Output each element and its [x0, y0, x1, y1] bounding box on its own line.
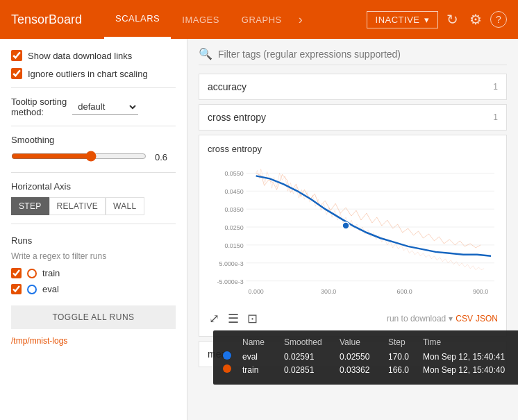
tooltip-train-time: Mon Sep 12, 15:40:40 [423, 365, 518, 375]
svg-text:0.0150: 0.0150 [224, 242, 243, 249]
log-path[interactable]: /tmp/mnist-logs [11, 336, 176, 346]
axis-wall-button[interactable]: WALL [106, 197, 144, 215]
axis-relative-button[interactable]: RELATIVE [49, 197, 106, 215]
tooltip-train-value: 0.03362 [340, 365, 388, 375]
chart-svg: 0.0550 0.0450 0.0350 0.0250 0.0150 5.000… [208, 160, 498, 305]
tooltip-col-icon [223, 337, 242, 347]
refresh-icon[interactable]: ↻ [444, 8, 461, 31]
eval-color-dot [223, 351, 231, 360]
sidebar: Show data download links Ignore outliers… [0, 39, 187, 420]
tooltip-train-name: train [242, 365, 284, 375]
svg-text:0.000: 0.000 [248, 288, 263, 295]
show-data-links-checkbox[interactable] [11, 50, 22, 61]
tooltip-train-smoothed: 0.02851 [284, 365, 340, 375]
tooltip-sorting-select[interactable]: default ascending descending nearest [72, 99, 138, 115]
chart-tooltip: Name Smoothed Value Step Time Relative e… [213, 330, 518, 385]
tooltip-eval-value: 0.02550 [340, 352, 388, 362]
nav-scalars[interactable]: SCALARS [104, 0, 171, 39]
svg-text:0.0550: 0.0550 [224, 170, 243, 177]
run-row-eval: eval [11, 284, 176, 294]
search-input[interactable] [218, 49, 507, 60]
tooltip-col-name: Name [242, 337, 284, 347]
csv-link[interactable]: CSV [456, 314, 473, 324]
smoothing-title: Smoothing [11, 135, 176, 145]
tooltip-eval-smoothed: 0.02591 [284, 352, 340, 362]
nav-images[interactable]: IMAGES [171, 0, 231, 39]
pin-icon[interactable]: ⊡ [246, 310, 259, 328]
run-eval-checkbox[interactable] [11, 284, 22, 294]
tag-accuracy[interactable]: accuracy 1 [199, 74, 507, 100]
chart-icon-group: ⤢ ☰ ⊡ [208, 310, 259, 328]
logo: TensorBoard [11, 12, 82, 27]
ignore-outliers-label: Ignore outliers in chart scaling [28, 69, 148, 79]
nav-more-chevron[interactable]: › [293, 12, 308, 27]
svg-text:5.000e-3: 5.000e-3 [219, 260, 243, 267]
dropdown-arrow-icon[interactable]: ▾ [449, 314, 453, 324]
toggle-all-runs-button[interactable]: TOGGLE ALL RUNS [11, 305, 176, 329]
search-bar: 🔍 [199, 47, 507, 65]
tooltip-sorting-row: Tooltip sortingmethod: default ascending… [11, 96, 176, 117]
divider-4 [11, 224, 176, 224]
tag-accuracy-name: accuracy [208, 81, 247, 92]
json-link[interactable]: JSON [476, 314, 498, 324]
tooltip-eval-step: 170.0 [388, 352, 423, 362]
settings-icon[interactable]: ⚙ [467, 8, 485, 31]
svg-text:0.0350: 0.0350 [224, 206, 243, 213]
tooltip-eval-time: Mon Sep 12, 15:40:41 [423, 352, 518, 362]
tooltip-train-step: 166.0 [388, 365, 423, 375]
help-icon[interactable]: ? [490, 11, 507, 28]
divider-3 [11, 172, 176, 173]
tag-accuracy-count: 1 [493, 82, 498, 92]
nav-graphs[interactable]: GRAPHS [231, 0, 293, 39]
run-train-checkbox[interactable] [11, 268, 22, 278]
smoothing-slider[interactable] [11, 151, 147, 162]
menu-icon[interactable]: ☰ [226, 310, 240, 328]
main-layout: Show data download links Ignore outliers… [0, 39, 518, 420]
horizontal-axis-section: Horizontal Axis STEP RELATIVE WALL [11, 181, 176, 215]
divider-1 [11, 87, 176, 88]
header-right: INACTIVE ▾ ↻ ⚙ ? [367, 8, 507, 31]
smoothing-slider-container [11, 151, 147, 164]
axis-step-button[interactable]: STEP [11, 197, 49, 215]
tooltip-col-smoothed: Smoothed [284, 337, 340, 347]
tooltip-col-step: Step [388, 337, 423, 347]
chart-card-cross-entropy: cross entropy 0.0550 0.0450 0.0350 0.025… [199, 135, 507, 337]
ignore-outliers-checkbox[interactable] [11, 68, 22, 79]
tag-cross-entropy[interactable]: cross entropy 1 [199, 104, 507, 131]
smoothing-value: 0.6 [155, 152, 176, 162]
smoothing-row: 0.6 [11, 151, 176, 164]
chart-area: 0.0550 0.0450 0.0350 0.0250 0.0150 5.000… [208, 160, 498, 305]
main-nav: SCALARS IMAGES GRAPHS › [104, 0, 366, 39]
inactive-label: INACTIVE [376, 15, 420, 25]
divider-2 [11, 126, 176, 126]
svg-text:900.0: 900.0 [473, 288, 488, 295]
tooltip-header: Name Smoothed Value Step Time Relative [223, 337, 518, 347]
show-data-links-row: Show data download links [11, 50, 176, 61]
train-color-dot [223, 364, 231, 373]
tooltip-row-train: train 0.02851 0.03362 166.0 Mon Sep 12, … [223, 364, 518, 375]
horizontal-axis-title: Horizontal Axis [11, 181, 176, 192]
svg-text:-5.000e-3: -5.000e-3 [217, 278, 243, 285]
download-area: run to download ▾ CSV JSON [387, 314, 498, 324]
svg-text:300.0: 300.0 [321, 288, 336, 295]
chart-toolbar: ⤢ ☰ ⊡ run to download ▾ CSV JSON [208, 310, 498, 328]
svg-text:0.0250: 0.0250 [224, 224, 243, 231]
run-train-dot [27, 269, 37, 278]
chart-title: cross entropy [208, 144, 498, 154]
tooltip-sorting-label: Tooltip sortingmethod: [11, 96, 67, 117]
runs-filter-hint: Write a regex to filter runs [11, 251, 176, 261]
expand-icon[interactable]: ⤢ [208, 310, 221, 328]
run-to-download-label: run to download [387, 314, 446, 324]
tooltip-col-time: Time [423, 337, 518, 347]
runs-section: Runs Write a regex to filter runs train … [11, 235, 176, 346]
tooltip-col-value: Value [340, 337, 388, 347]
inactive-dropdown-icon: ▾ [424, 15, 430, 25]
run-row-train: train [11, 268, 176, 278]
inactive-button[interactable]: INACTIVE ▾ [367, 11, 438, 28]
axis-buttons: STEP RELATIVE WALL [11, 197, 176, 215]
content-area: 🔍 accuracy 1 cross entropy 1 cross entro… [187, 39, 518, 420]
svg-text:600.0: 600.0 [396, 288, 412, 295]
tooltip-row-eval: eval 0.02591 0.02550 170.0 Mon Sep 12, 1… [223, 351, 518, 362]
tag-cross-entropy-name: cross entropy [208, 112, 266, 123]
tag-cross-entropy-count: 1 [493, 112, 498, 122]
